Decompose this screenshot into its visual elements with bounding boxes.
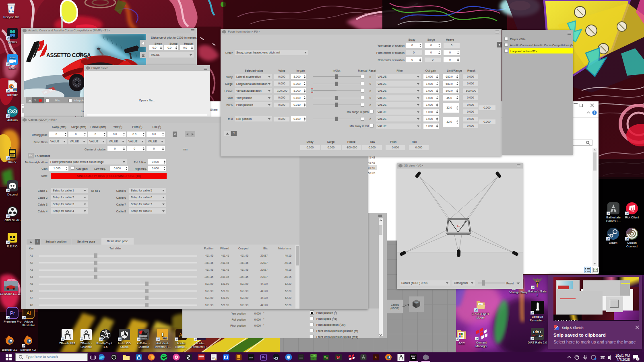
svg-text:Live: Live [249,356,253,359]
svg-text:?: ? [594,111,595,115]
svg-text:Pr: Pr [262,356,266,359]
svg-text:EPIC: EPIC [411,355,416,358]
svg-text:3D: 3D [415,301,418,304]
svg-text:ASSETTO CORSA: ASSETTO CORSA [46,52,91,58]
svg-text:Ai: Ai [375,356,378,359]
svg-text:DiRT: DiRT [533,330,542,334]
svg-text:PRO: PRO [163,337,167,339]
svg-text:I: I [161,331,163,337]
svg-text:1: 1 [637,358,639,360]
svg-text:Pr: Pr [10,311,15,316]
svg-text:zoom: zoom [10,56,16,59]
svg-text:2.0: 2.0 [539,334,543,337]
svg-text:Ai: Ai [27,311,31,316]
